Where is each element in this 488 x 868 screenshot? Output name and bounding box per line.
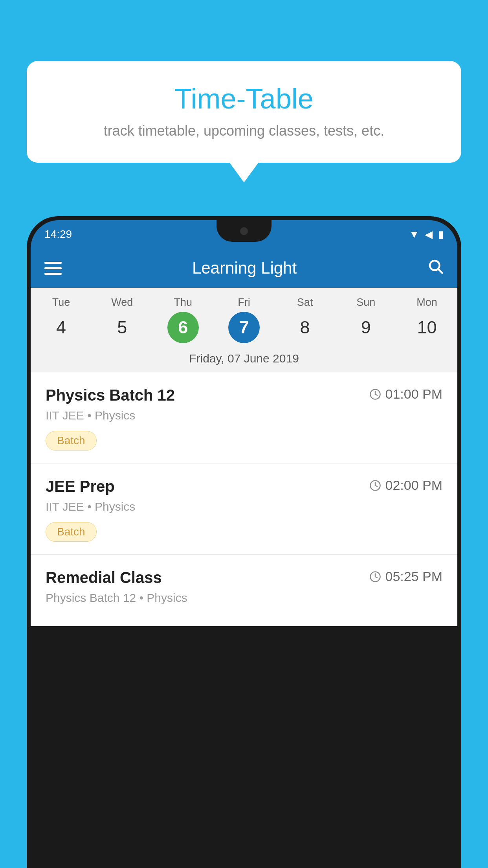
class-name: JEE Prep <box>46 478 115 495</box>
status-bar: 14:29 ▼ ◀ ▮ <box>31 220 457 248</box>
day-name: Thu <box>152 296 213 309</box>
class-time: 02:00 PM <box>369 478 442 493</box>
clock-icon <box>369 388 381 400</box>
class-name: Physics Batch 12 <box>46 386 175 404</box>
tooltip-subtitle: track timetable, upcoming classes, tests… <box>50 123 438 139</box>
day-name: Sat <box>275 296 336 309</box>
class-meta: IIT JEE • Physics <box>46 409 442 422</box>
calendar-section: Tue4Wed5Thu6Fri7Sat8Sun9Mon10 Friday, 07… <box>31 288 457 372</box>
hamburger-menu-icon[interactable] <box>44 262 62 275</box>
class-card-1[interactable]: JEE Prep 02:00 PMIIT JEE • PhysicsBatch <box>31 463 457 555</box>
tooltip-title: Time-Table <box>50 83 438 115</box>
calendar-day-6[interactable]: Thu6 <box>152 296 213 343</box>
class-name: Remedial Class <box>46 569 162 587</box>
calendar-day-10[interactable]: Mon10 <box>396 296 457 343</box>
day-number: 5 <box>106 312 138 343</box>
clock-icon <box>369 571 381 583</box>
calendar-day-7[interactable]: Fri7 <box>213 296 274 343</box>
calendar-day-4[interactable]: Tue4 <box>31 296 92 343</box>
svg-line-1 <box>438 269 442 273</box>
classes-list: Physics Batch 12 01:00 PMIIT JEE • Physi… <box>31 372 457 626</box>
calendar-day-9[interactable]: Sun9 <box>336 296 396 343</box>
search-button[interactable] <box>427 258 444 278</box>
clock-icon <box>369 480 381 491</box>
battery-icon: ▮ <box>438 228 444 241</box>
day-number: 6 <box>167 312 199 343</box>
batch-badge: Batch <box>46 431 97 451</box>
status-time: 14:29 <box>44 228 72 241</box>
day-number: 8 <box>289 312 321 343</box>
day-number: 10 <box>411 312 442 343</box>
class-card-0[interactable]: Physics Batch 12 01:00 PMIIT JEE • Physi… <box>31 372 457 463</box>
wifi-icon: ▼ <box>409 228 419 241</box>
status-icons: ▼ ◀ ▮ <box>409 228 444 241</box>
class-meta: IIT JEE • Physics <box>46 500 442 513</box>
class-time: 05:25 PM <box>369 569 442 584</box>
day-number: 7 <box>228 312 260 343</box>
phone-frame: 14:29 ▼ ◀ ▮ Learning Light <box>27 216 461 868</box>
day-number: 9 <box>350 312 382 343</box>
days-header: Tue4Wed5Thu6Fri7Sat8Sun9Mon10 <box>31 288 457 346</box>
app-title: Learning Light <box>192 259 297 278</box>
notch <box>216 220 272 242</box>
day-number: 4 <box>46 312 77 343</box>
day-name: Sun <box>336 296 396 309</box>
day-name: Mon <box>396 296 457 309</box>
camera-dot <box>240 227 248 235</box>
class-time: 01:00 PM <box>369 386 442 402</box>
calendar-day-8[interactable]: Sat8 <box>275 296 336 343</box>
signal-icon: ◀ <box>425 228 433 241</box>
day-name: Fri <box>213 296 274 309</box>
day-name: Wed <box>92 296 152 309</box>
selected-date-label: Friday, 07 June 2019 <box>31 346 457 372</box>
tooltip-card: Time-Table track timetable, upcoming cla… <box>27 61 461 163</box>
day-name: Tue <box>31 296 92 309</box>
batch-badge: Batch <box>46 522 97 542</box>
class-meta: Physics Batch 12 • Physics <box>46 591 442 605</box>
app-bar: Learning Light <box>31 248 457 288</box>
class-card-2[interactable]: Remedial Class 05:25 PMPhysics Batch 12 … <box>31 555 457 626</box>
phone-inner: 14:29 ▼ ◀ ▮ Learning Light <box>31 220 457 868</box>
calendar-day-5[interactable]: Wed5 <box>92 296 152 343</box>
